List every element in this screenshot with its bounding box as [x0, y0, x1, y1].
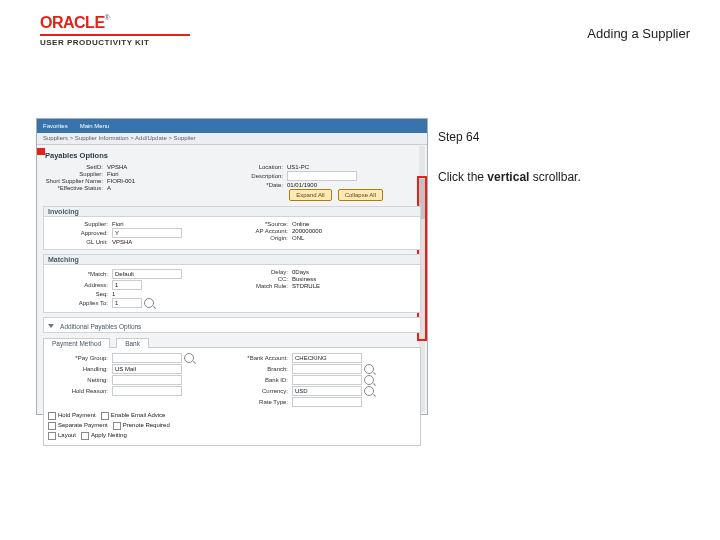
lookup-icon[interactable] — [364, 364, 374, 374]
eff-value: 01/01/1900 — [287, 182, 317, 188]
upk-header: ORACLE® USER PRODUCTIVITY KIT — [40, 14, 190, 47]
inv-supplier-val: Fiori — [112, 221, 124, 227]
oracle-logo: ORACLE — [40, 14, 105, 31]
checkbox[interactable] — [48, 432, 56, 440]
instruction-post: scrollbar. — [529, 170, 580, 184]
m-addr-input[interactable]: 1 — [112, 280, 142, 290]
handling-lbl: Handling: — [48, 366, 112, 372]
hold-lbl: Hold Reason: — [48, 388, 112, 394]
matching-section: Matching *Match:Default Address:1 Seq:1 … — [43, 254, 421, 313]
expand-all-button[interactable]: Expand All — [289, 189, 331, 201]
opt-e: Layout — [58, 431, 76, 440]
inv-approved-lbl: Approved: — [48, 230, 112, 236]
desc-label: Description: — [223, 173, 287, 179]
opt-b: Enable Email Advice — [111, 411, 166, 420]
curr-input[interactable]: USD — [292, 386, 362, 396]
rate-lbl: Rate Type: — [228, 399, 292, 405]
app-menubar[interactable]: Favorites Main Menu — [37, 119, 427, 133]
opt-c: Separate Payment — [58, 421, 108, 430]
checkbox[interactable] — [81, 432, 89, 440]
inv-origin-lbl: Origin: — [228, 235, 292, 241]
checkbox[interactable] — [113, 422, 121, 430]
m-seq-val: 1 — [112, 291, 115, 297]
m-addr-lbl: Address: — [48, 282, 112, 288]
checkbox[interactable] — [48, 412, 56, 420]
inv-origin-val: ONL — [292, 235, 304, 241]
m-rule-val: STDRULE — [292, 283, 320, 289]
options-tabbar: Payment Method Bank — [43, 337, 421, 347]
bank-lbl: *Bank Account: — [228, 355, 292, 361]
menu-main[interactable]: Main Menu — [80, 123, 110, 129]
eff-label: *Date: — [223, 182, 287, 188]
tab-payment-method[interactable]: Payment Method — [43, 338, 110, 348]
paygroup-input[interactable] — [112, 353, 182, 363]
m-cc-val: Business — [292, 276, 316, 282]
desc-input[interactable] — [287, 171, 357, 181]
m-opt-lbl: *Match: — [48, 271, 112, 277]
instruction-bold: vertical — [487, 170, 529, 184]
payment-checkbox-group: Hold Payment Enable Email Advice Separat… — [48, 411, 416, 440]
inv-acct-lbl: AP Account: — [228, 228, 292, 234]
app-screenshot: Favorites Main Menu Suppliers > Supplier… — [36, 118, 428, 415]
handling-input[interactable]: US Mail — [112, 364, 182, 374]
m-delay-lbl: Delay: — [228, 269, 292, 275]
loc-value: US1-PC — [287, 164, 309, 170]
branch-lbl: Branch: — [228, 366, 292, 372]
curr-lbl: Currency: — [228, 388, 292, 394]
m-days-lbl: Days — [295, 269, 309, 275]
bankid-lbl: Bank ID: — [228, 377, 292, 383]
m-opt-input[interactable]: Default — [112, 269, 182, 279]
collapse-all-button[interactable]: Collapse All — [338, 189, 383, 201]
status-label: *Effective Status: — [43, 185, 107, 191]
setid-label: SetID: — [43, 164, 107, 170]
lookup-icon[interactable] — [184, 353, 194, 363]
product-name: USER PRODUCTIVITY KIT — [40, 38, 190, 47]
logo-rule — [40, 34, 190, 36]
inv-approved-input[interactable]: Y — [112, 228, 182, 238]
inv-acct-val: 200000000 — [292, 228, 322, 234]
rate-input[interactable] — [292, 397, 362, 407]
tab-bank[interactable]: Bank — [116, 338, 149, 348]
panel-title: Payables Options — [45, 151, 421, 160]
lookup-icon[interactable] — [364, 375, 374, 385]
paygroup-lbl: *Pay Group: — [48, 355, 112, 361]
inv-gl-val: VPSHA — [112, 239, 132, 245]
matching-header[interactable]: Matching — [44, 255, 420, 265]
sname-value: FIORI-001 — [107, 178, 135, 184]
checkbox[interactable] — [101, 412, 109, 420]
additional-options-section[interactable]: Additional Payables Options — [43, 317, 421, 333]
trademark-icon: ® — [105, 14, 110, 21]
inv-supplier-lbl: Supplier: — [48, 221, 112, 227]
lookup-icon[interactable] — [364, 386, 374, 396]
instruction-pre: Click the — [438, 170, 487, 184]
inv-src-val: Online — [292, 221, 309, 227]
branch-input[interactable] — [292, 364, 362, 374]
checkbox[interactable] — [48, 422, 56, 430]
m-app-lbl: Applies To: — [48, 300, 112, 306]
invoicing-section: Invoicing Supplier:Fiori Approved:Y GL U… — [43, 206, 421, 250]
opt-d: Prenote Required — [123, 421, 170, 430]
breadcrumb[interactable]: Suppliers > Supplier Information > Add/U… — [37, 133, 427, 145]
bankid-input[interactable] — [292, 375, 362, 385]
m-app-input[interactable]: 1 — [112, 298, 142, 308]
opt-a: Hold Payment — [58, 411, 96, 420]
inv-src-lbl: *Source: — [228, 221, 292, 227]
setid-value: VPSHA — [107, 164, 127, 170]
app-body: Payables Options SetID:VPSHA Supplier:Fi… — [37, 145, 427, 452]
inv-gl-lbl: GL Unit: — [48, 239, 112, 245]
netting-lbl: Netting: — [48, 377, 112, 383]
supplier-value: Fiori — [107, 171, 119, 177]
additional-header: Additional Payables Options — [60, 323, 141, 330]
bank-input[interactable]: CHECKING — [292, 353, 362, 363]
chevron-down-icon — [48, 324, 54, 328]
sname-label: Short Supplier Name: — [43, 178, 107, 184]
m-seq-lbl: Seq: — [48, 291, 112, 297]
opt-f: Apply Netting — [91, 431, 127, 440]
menu-favorites[interactable]: Favorites — [43, 123, 68, 129]
hold-input[interactable] — [112, 386, 182, 396]
lookup-icon[interactable] — [144, 298, 154, 308]
step-instruction: Click the vertical scrollbar. — [438, 170, 581, 184]
netting-input[interactable] — [112, 375, 182, 385]
invoicing-header[interactable]: Invoicing — [44, 207, 420, 217]
page-title: Adding a Supplier — [587, 26, 690, 41]
